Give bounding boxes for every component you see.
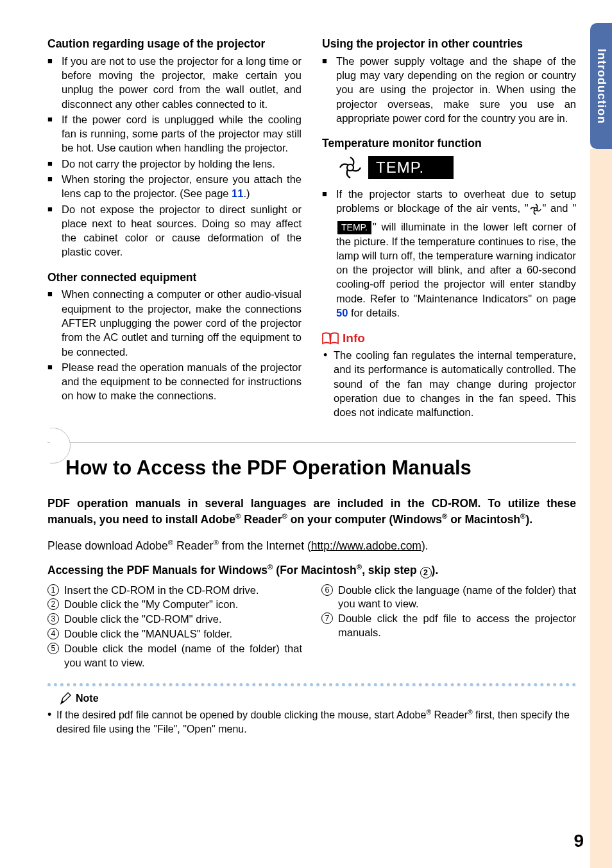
reg-mark: ®	[282, 512, 287, 520]
dotted-divider	[47, 683, 576, 686]
step-item: 5Double click the model (name of the fol…	[47, 642, 302, 670]
info-label: Info	[343, 331, 365, 345]
caution-item: Do not expose the projector to direct su…	[47, 202, 302, 259]
step-text: Double click the language (name of the f…	[338, 584, 576, 610]
intro-text: Reader	[241, 512, 282, 525]
equipment-list: When connecting a computer or other audi…	[47, 287, 302, 403]
caution-item: Do not carry the projector by holding th…	[47, 157, 302, 171]
access-text: ).	[432, 564, 439, 577]
info-heading: Info	[322, 331, 576, 345]
circled-7: 7	[321, 612, 333, 624]
equipment-item: When connecting a computer or other audi…	[47, 287, 302, 358]
circled-5: 5	[47, 643, 59, 654]
step-list: 1Insert the CD-ROM in the CD-ROM drive. …	[47, 584, 302, 670]
circled-1: 1	[47, 584, 59, 596]
page-link-50[interactable]: 50	[336, 307, 348, 318]
step-item: 2Double click the "My Computer" icon.	[47, 598, 302, 612]
intro-text: from the Internet (	[219, 539, 311, 552]
step-item: 7Double click the pdf file to access the…	[321, 612, 576, 640]
temp-text: for details.	[348, 307, 400, 318]
section-divider	[47, 442, 576, 487]
info-list: The cooling fan regulates the internal t…	[322, 348, 576, 419]
reg-mark: ®	[168, 539, 173, 546]
temp-word-inline: TEMP.	[337, 221, 371, 234]
side-tab-introduction: Introduction	[590, 23, 612, 149]
step-item: 6Double click the language (name of the …	[321, 584, 576, 612]
intro-text: ).	[525, 512, 532, 525]
caution-text: When storing the projector, ensure you a…	[62, 173, 302, 199]
temp-text: " will illuminate in the lower left corn…	[336, 221, 576, 304]
access-text: , skip step	[362, 564, 420, 577]
steps-left: 1Insert the CD-ROM in the CD-ROM drive. …	[47, 584, 302, 671]
circled-6: 6	[321, 584, 333, 596]
step-ref-2: 2	[420, 567, 432, 578]
intro-text: on your computer (Windows	[287, 512, 442, 525]
step-text: Double click the "MANUALS" folder.	[64, 628, 232, 639]
note-heading: Note	[59, 691, 576, 706]
step-text: Double click the "CD-ROM" drive.	[64, 613, 222, 625]
step-item: 3Double click the "CD-ROM" drive.	[47, 612, 302, 627]
reg-mark: ®	[213, 539, 218, 546]
note-label: Note	[76, 693, 99, 704]
left-column: Caution regarding usage of the projector…	[47, 37, 302, 419]
info-item: The cooling fan regulates the internal t…	[322, 348, 576, 419]
page-link-11[interactable]: 11	[232, 187, 243, 199]
right-column: Using the projector in other countries T…	[322, 37, 576, 419]
heading-caution: Caution regarding usage of the projector	[47, 37, 302, 51]
caution-item: When storing the projector, ensure you a…	[47, 172, 302, 201]
reg-mark: ®	[426, 709, 431, 716]
access-text: Accessing the PDF Manuals for Windows	[47, 564, 268, 577]
note-text: Reader	[431, 710, 468, 721]
caution-item: If the power cord is unplugged while the…	[47, 112, 302, 155]
step-text: Double click the "My Computer" icon.	[64, 598, 238, 610]
countries-list: The power supply voltage and the shape o…	[322, 54, 576, 125]
intro-paragraph-bold: PDF operation manuals in several languag…	[47, 496, 576, 526]
temp-label-box: TEMP.	[368, 156, 454, 179]
reg-mark: ®	[357, 563, 362, 571]
side-tab-label: Introduction	[595, 49, 608, 124]
intro-text: or Macintosh	[447, 512, 520, 525]
step-item: 4Double click the "MANUALS" folder.	[47, 627, 302, 641]
book-icon	[322, 332, 339, 345]
caution-list: If you are not to use the projector for …	[47, 54, 302, 259]
intro-text: ).	[421, 539, 429, 552]
caution-item: If you are not to use the projector for …	[47, 54, 302, 111]
caution-text: .)	[243, 187, 250, 199]
fan-icon-inline	[529, 203, 542, 219]
circled-4: 4	[47, 628, 59, 639]
intro-paragraph-plain: Please download Adobe® Reader® from the …	[47, 538, 576, 553]
note-body: If the desired pdf file cannot be opened…	[47, 708, 576, 736]
heading-temp-monitor: Temperature monitor function	[322, 137, 576, 151]
equipment-item: Please read the operation manuals of the…	[47, 360, 302, 403]
circled-3: 3	[47, 613, 59, 625]
circled-2: 2	[47, 598, 59, 610]
step-text: Double click the pdf file to access the …	[338, 612, 576, 638]
step-text: Insert the CD-ROM in the CD-ROM drive.	[64, 584, 259, 596]
step-item: 1Insert the CD-ROM in the CD-ROM drive.	[47, 584, 302, 598]
temp-text: " and "	[543, 202, 576, 214]
reg-mark: ®	[468, 709, 473, 716]
pencil-icon	[59, 691, 73, 706]
page-number: 9	[574, 831, 584, 851]
countries-item: The power supply voltage and the shape o…	[322, 54, 576, 125]
upper-columns: Caution regarding usage of the projector…	[47, 37, 576, 419]
intro-text: Reader	[173, 539, 213, 552]
heading-other-equipment: Other connected equipment	[47, 271, 302, 285]
intro-text: Please download Adobe	[47, 539, 168, 552]
side-strip	[590, 149, 612, 868]
temp-list: If the projector starts to overheat due …	[322, 187, 576, 320]
steps-right: 6Double click the language (name of the …	[321, 584, 576, 671]
steps-columns: 1Insert the CD-ROM in the CD-ROM drive. …	[47, 584, 576, 671]
adobe-url-link[interactable]: http://www.adobe.com	[311, 539, 421, 552]
step-list: 6Double click the language (name of the …	[321, 584, 576, 640]
page-content: Caution regarding usage of the projector…	[47, 37, 576, 736]
heading-other-countries: Using the projector in other countries	[322, 37, 576, 51]
temp-badge: TEMP.	[337, 155, 576, 180]
access-heading: Accessing the PDF Manuals for Windows® (…	[47, 563, 576, 578]
access-text: (For Macintosh	[273, 564, 356, 577]
step-text: Double click the model (name of the fold…	[64, 643, 302, 668]
temp-item: If the projector starts to overheat due …	[322, 187, 576, 320]
fan-icon	[337, 155, 363, 180]
note-text: If the desired pdf file cannot be opened…	[56, 710, 426, 721]
